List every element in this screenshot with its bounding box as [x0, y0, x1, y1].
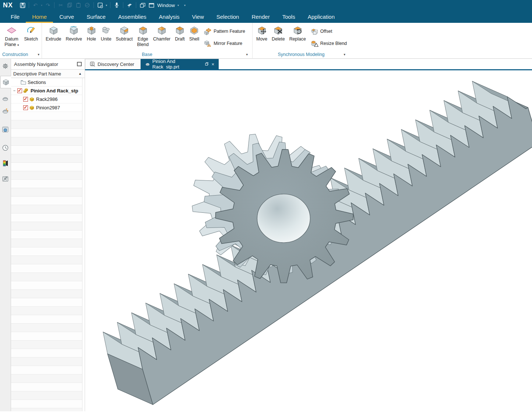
- tree-row-rack[interactable]: Rack2986: [11, 95, 85, 103]
- replace-button[interactable]: Replace: [288, 24, 308, 43]
- ribbon-options-caret-icon[interactable]: ▾: [183, 4, 187, 7]
- cascade-windows-icon[interactable]: [138, 1, 147, 9]
- datum-plane-button[interactable]: Datum Plane ▾: [2, 24, 21, 48]
- menu-surface[interactable]: Surface: [80, 10, 112, 23]
- close-tab-icon[interactable]: ×: [211, 62, 214, 67]
- viewport-area: Discovery Center Pinion And Rack_stp.prt…: [85, 59, 532, 411]
- delete-button[interactable]: Delete: [270, 24, 287, 43]
- group-caret-icon[interactable]: ▾: [246, 53, 248, 56]
- float-panel-icon[interactable]: [77, 62, 82, 66]
- pattern-feature-button[interactable]: Pattern Feature: [204, 27, 245, 36]
- redo-icon[interactable]: ↷: [44, 1, 52, 9]
- menu-file[interactable]: File: [4, 10, 26, 23]
- shell-icon: [189, 25, 199, 35]
- pattern-feature-icon: [204, 27, 212, 35]
- visibility-checkbox[interactable]: [17, 88, 22, 93]
- separator: [54, 2, 54, 8]
- chamfer-button[interactable]: Chamfer: [151, 24, 172, 43]
- group-label-synchronous-modeling: Synchronous Modeling: [253, 52, 350, 57]
- offset-button[interactable]: Offset: [310, 27, 347, 36]
- assembly-navigator-icon[interactable]: [0, 76, 11, 88]
- history-clock-icon[interactable]: [0, 142, 11, 153]
- cut-icon[interactable]: ✂: [57, 1, 65, 9]
- microphone-icon[interactable]: [113, 1, 121, 9]
- touch-mode-icon[interactable]: [96, 1, 104, 9]
- shell-button[interactable]: Shell: [187, 24, 201, 43]
- paste-icon[interactable]: [74, 1, 82, 9]
- edge-blend-button[interactable]: Edge Blend: [135, 24, 150, 48]
- viewport-canvas[interactable]: [85, 69, 532, 411]
- revolve-button[interactable]: Revolve: [64, 24, 84, 43]
- menu-assemblies[interactable]: Assemblies: [112, 10, 153, 23]
- menu-bar: File Home Curve Surface Assemblies Analy…: [0, 10, 532, 23]
- menu-analysis[interactable]: Analysis: [153, 10, 186, 23]
- datum-plane-icon: [7, 25, 17, 35]
- menu-home[interactable]: Home: [26, 10, 53, 23]
- extrude-icon: [49, 25, 59, 35]
- delete-face-icon: [273, 25, 283, 35]
- window-icon[interactable]: [147, 1, 155, 9]
- visualization-rainbow-icon[interactable]: [0, 158, 11, 169]
- menu-render[interactable]: Render: [245, 10, 276, 23]
- menu-application[interactable]: Application: [302, 10, 341, 23]
- group-caret-icon[interactable]: ▾: [343, 53, 345, 56]
- unite-button[interactable]: Unite: [99, 24, 113, 43]
- tree-row-assembly[interactable]: − Pinion And Rack_stp: [11, 87, 85, 95]
- part-navigator-icon[interactable]: [0, 105, 11, 116]
- sort-ascending-icon[interactable]: ▲: [78, 72, 82, 75]
- menu-tools[interactable]: Tools: [276, 10, 302, 23]
- copy-icon[interactable]: [66, 1, 74, 9]
- constraint-navigator-icon[interactable]: [0, 93, 11, 104]
- undo-icon[interactable]: ↶: [31, 1, 39, 9]
- group-label-base: Base: [42, 52, 252, 57]
- window-menu[interactable]: Window: [157, 3, 175, 8]
- assembly-part-icon: [23, 88, 29, 94]
- replace-face-icon: [293, 25, 303, 35]
- subtract-icon: [119, 25, 129, 35]
- chamfer-icon: [157, 25, 167, 35]
- draft-button[interactable]: Draft: [173, 24, 187, 43]
- tree-row-pinion[interactable]: Pinion2987: [11, 103, 85, 112]
- sketch-button[interactable]: Sketch: [22, 24, 40, 43]
- visibility-checkbox[interactable]: [23, 105, 28, 110]
- component-part-icon: [29, 96, 35, 102]
- hole-button[interactable]: Hole: [85, 24, 98, 43]
- resize-blend-button[interactable]: Resize Blend: [310, 39, 347, 48]
- menu-selection[interactable]: Selection: [210, 10, 246, 23]
- group-label-construction: Construction: [0, 52, 28, 57]
- group-caret-icon[interactable]: ▾: [38, 53, 39, 56]
- touch-mode-caret-icon[interactable]: ▾: [105, 4, 108, 7]
- subtract-button[interactable]: Subtract: [114, 24, 135, 43]
- mirror-feature-button[interactable]: Mirror Feature: [204, 39, 245, 48]
- extrude-button[interactable]: Extrude: [44, 24, 63, 43]
- tab-part-file[interactable]: Pinion And Rack_stp.prt ×: [141, 59, 219, 69]
- save-icon[interactable]: [18, 1, 27, 9]
- ribbon-group-base: Extrude Revolve Hole Unite Subtract Edge…: [42, 23, 253, 58]
- undo-caret-icon[interactable]: ▾: [40, 4, 43, 7]
- assembly-navigator-panel: Assembly Navigator Descriptive Part Name…: [11, 59, 85, 411]
- tab-discovery-center[interactable]: Discovery Center: [85, 59, 141, 69]
- scene-3d-model[interactable]: [85, 70, 532, 411]
- utilities-toolbox-icon[interactable]: [0, 173, 11, 184]
- web-browser-icon[interactable]: [0, 124, 11, 135]
- copy-face-icon[interactable]: [83, 1, 91, 9]
- navigator-empty-rows: [11, 112, 85, 411]
- collapse-icon[interactable]: −: [13, 88, 16, 93]
- command-finder-icon[interactable]: [126, 1, 134, 9]
- separator: [136, 2, 136, 8]
- tree-row-sections[interactable]: Sections: [11, 78, 85, 87]
- part-file-icon: [145, 62, 150, 67]
- window-menu-caret-icon[interactable]: ▾: [176, 4, 180, 7]
- ribbon-group-construction: Datum Plane ▾ Sketch Construction ▾: [0, 23, 42, 58]
- menu-view[interactable]: View: [186, 10, 210, 23]
- roles-gear-icon[interactable]: [0, 60, 11, 71]
- sketch-icon: [26, 25, 36, 35]
- float-tab-icon[interactable]: [205, 62, 209, 66]
- menu-curve[interactable]: Curve: [53, 10, 80, 23]
- column-header[interactable]: Descriptive Part Name ▲: [11, 69, 85, 78]
- discovery-center-icon: [90, 61, 95, 67]
- navigator-scroll-gutter[interactable]: [82, 78, 85, 411]
- separator: [94, 2, 94, 8]
- visibility-checkbox[interactable]: [23, 97, 28, 102]
- move-button[interactable]: Move: [254, 24, 269, 43]
